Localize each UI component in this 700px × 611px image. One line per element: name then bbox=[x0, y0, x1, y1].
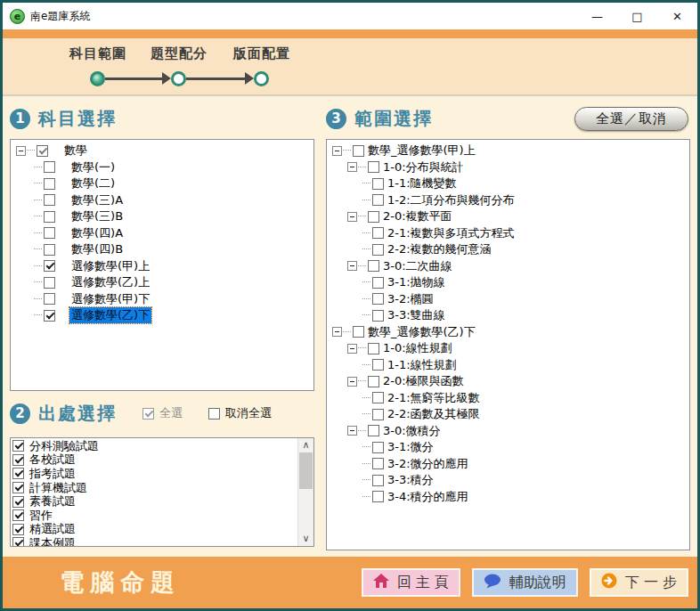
tree-item-label[interactable]: 1-1:線性規劃 bbox=[386, 357, 459, 373]
checkbox[interactable] bbox=[372, 359, 384, 371]
checkbox[interactable] bbox=[12, 524, 24, 535]
tree-item-label[interactable]: 數學(一) bbox=[69, 159, 117, 175]
tree-item-label[interactable]: 數學 bbox=[62, 143, 89, 159]
checkbox[interactable] bbox=[368, 211, 379, 223]
tree-item[interactable]: 3-2:橢圓 bbox=[329, 291, 688, 308]
tree-item-label[interactable]: 數學(三)A bbox=[69, 192, 125, 208]
tree-item-label[interactable]: 3-4:積分的應用 bbox=[386, 489, 470, 505]
expander-minus-icon[interactable] bbox=[347, 426, 357, 436]
scroll-up-icon[interactable]: ∧ bbox=[298, 438, 313, 452]
tree-item-label[interactable]: 3-3:積分 bbox=[386, 472, 435, 488]
tree-item-label[interactable]: 數學(四)B bbox=[69, 241, 125, 257]
tree-item[interactable]: 3-0:二次曲線 bbox=[329, 258, 688, 275]
minimize-button[interactable]: — bbox=[577, 3, 617, 29]
tree-item-label[interactable]: 數學(二) bbox=[69, 175, 117, 191]
expander-minus-icon[interactable] bbox=[347, 261, 357, 271]
expander-minus-icon[interactable] bbox=[347, 377, 357, 387]
tree-item-label[interactable]: 2-1:複數與多項式方程式 bbox=[386, 225, 517, 241]
tree-item-label[interactable]: 選修數學(甲)下 bbox=[69, 291, 151, 307]
tree-item-label[interactable]: 1-0:分布與統計 bbox=[381, 159, 466, 175]
checkbox[interactable] bbox=[372, 227, 384, 239]
checkbox[interactable] bbox=[12, 482, 24, 493]
tree-item[interactable]: 數學(二) bbox=[12, 175, 312, 192]
checkbox[interactable] bbox=[44, 277, 55, 289]
source-item[interactable]: 課本例題 bbox=[12, 536, 296, 546]
tree-item-label[interactable]: 3-0:微積分 bbox=[381, 423, 443, 439]
tree-item-label[interactable]: 數學(三)B bbox=[69, 208, 125, 224]
tree-item[interactable]: 選修數學(乙)上 bbox=[12, 274, 312, 291]
tree-item-label[interactable]: 數學(四)A bbox=[69, 225, 125, 241]
tree-item[interactable]: 數學(三)B bbox=[12, 208, 312, 225]
tree-item[interactable]: 2-1:無窮等比級數 bbox=[329, 390, 688, 407]
tree-item[interactable]: 1-2:二項分布與幾何分布 bbox=[329, 192, 688, 209]
tree-item[interactable]: 數學(一) bbox=[12, 159, 312, 176]
checkbox[interactable] bbox=[44, 227, 55, 239]
tree-item-label[interactable]: 2-0:極限與函數 bbox=[381, 373, 466, 389]
tree-item-label[interactable]: 選修數學(乙)下 bbox=[69, 307, 151, 323]
checkbox[interactable] bbox=[12, 537, 24, 546]
checkbox[interactable] bbox=[12, 496, 24, 508]
tree-item-label[interactable]: 1-1:隨機變數 bbox=[386, 175, 459, 191]
tree-item-label[interactable]: 2-2:複數的幾何意涵 bbox=[386, 241, 493, 257]
checkbox[interactable] bbox=[372, 310, 384, 322]
checkbox[interactable] bbox=[12, 440, 24, 452]
source-item[interactable]: 習作 bbox=[12, 509, 296, 523]
checkbox[interactable] bbox=[372, 244, 384, 256]
close-button[interactable]: ✕ bbox=[657, 3, 697, 29]
tree-item-label[interactable]: 2-2:函數及其極限 bbox=[386, 406, 482, 422]
source-scrollbar[interactable]: ∧ ∨ bbox=[297, 438, 313, 546]
tree-item[interactable]: 數學 bbox=[12, 143, 312, 159]
checkbox[interactable] bbox=[372, 194, 384, 206]
tree-item[interactable]: 2-1:複數與多項式方程式 bbox=[329, 225, 688, 242]
home-button[interactable]: 回 主 頁 bbox=[362, 568, 460, 597]
checkbox[interactable] bbox=[372, 475, 384, 486]
checkbox[interactable] bbox=[12, 468, 24, 479]
tree-item[interactable]: 數學_選修數學(甲)上 bbox=[329, 143, 688, 159]
tree-item[interactable]: 2-2:函數及其極限 bbox=[329, 406, 688, 423]
source-item[interactable]: 各校試題 bbox=[12, 453, 296, 468]
tree-item-label[interactable]: 3-3:雙曲線 bbox=[386, 307, 447, 323]
next-step-button[interactable]: 下 一 步 bbox=[590, 568, 688, 597]
tree-item[interactable]: 2-2:複數的幾何意涵 bbox=[329, 241, 688, 258]
tree-item[interactable]: 數學(三)A bbox=[12, 192, 312, 209]
tree-item[interactable]: 1-1:隨機變數 bbox=[329, 175, 688, 192]
checkbox[interactable] bbox=[368, 425, 379, 436]
checkbox[interactable] bbox=[368, 260, 379, 272]
tree-item-label[interactable]: 數學_選修數學(乙)下 bbox=[366, 324, 477, 340]
checkbox[interactable] bbox=[44, 178, 55, 190]
tree-item[interactable]: 3-1:拋物線 bbox=[329, 274, 688, 291]
tree-item[interactable]: 1-0:線性規劃 bbox=[329, 340, 688, 357]
tree-item-label[interactable]: 1-2:二項分布與幾何分布 bbox=[386, 192, 517, 208]
tree-item-label[interactable]: 2-0:複數平面 bbox=[381, 208, 454, 224]
expander-minus-icon[interactable] bbox=[347, 212, 357, 222]
tree-item-label[interactable]: 數學_選修數學(甲)上 bbox=[366, 143, 477, 159]
scrollbar-thumb[interactable] bbox=[299, 452, 313, 489]
tree-item[interactable]: 數學(四)A bbox=[12, 225, 312, 242]
tree-item[interactable]: 選修數學(甲)上 bbox=[12, 258, 312, 275]
checkbox[interactable] bbox=[372, 458, 384, 469]
checkbox[interactable] bbox=[372, 392, 384, 403]
checkbox[interactable] bbox=[44, 293, 55, 305]
checkbox[interactable] bbox=[368, 376, 379, 387]
tree-item[interactable]: 數學(四)B bbox=[12, 241, 312, 258]
tree-item-label[interactable]: 1-0:線性規劃 bbox=[381, 340, 454, 356]
tree-item[interactable]: 數學_選修數學(乙)下 bbox=[329, 324, 688, 341]
checkbox-unchecked[interactable] bbox=[208, 408, 220, 420]
checkbox[interactable] bbox=[372, 277, 384, 289]
checkbox[interactable] bbox=[44, 194, 55, 206]
tree-item-label[interactable]: 選修數學(乙)上 bbox=[69, 274, 151, 290]
tree-item[interactable]: 2-0:複數平面 bbox=[329, 208, 688, 225]
tree-item-label[interactable]: 3-1:拋物線 bbox=[386, 274, 447, 290]
tree-item[interactable]: 3-0:微積分 bbox=[329, 423, 688, 440]
checkbox[interactable] bbox=[353, 326, 364, 338]
checkbox[interactable] bbox=[37, 145, 48, 157]
source-item[interactable]: 指考試題 bbox=[12, 467, 296, 481]
source-item[interactable]: 計算機試題 bbox=[12, 481, 296, 495]
scroll-down-icon[interactable]: ∨ bbox=[298, 532, 313, 546]
checkbox[interactable] bbox=[353, 145, 364, 157]
source-item[interactable]: 精選試題 bbox=[12, 523, 296, 537]
tree-item[interactable]: 選修數學(甲)下 bbox=[12, 291, 312, 308]
tree-item[interactable]: 3-3:積分 bbox=[329, 472, 688, 489]
expander-minus-icon[interactable] bbox=[347, 344, 357, 354]
tree-item-label[interactable]: 2-1:無窮等比級數 bbox=[386, 390, 482, 406]
